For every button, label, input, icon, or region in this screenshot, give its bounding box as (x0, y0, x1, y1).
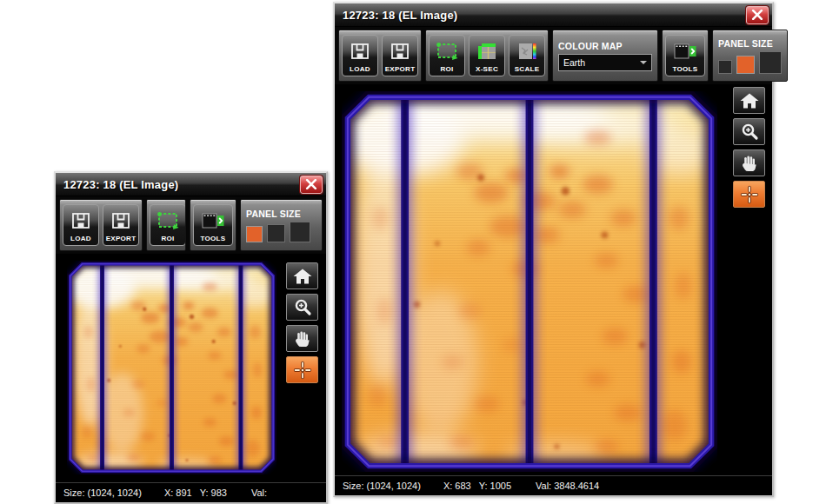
view-tools (286, 262, 318, 383)
titlebar[interactable]: 12723: 18 (EL Image) (335, 3, 772, 27)
load-button[interactable]: LOAD (63, 204, 99, 246)
colour-map-dropdown[interactable]: Earth (558, 54, 652, 71)
tools-panel-icon (673, 38, 697, 63)
panel-size-section: PANEL SIZE (240, 199, 323, 251)
roi-button-label: ROI (161, 235, 174, 242)
pan-button[interactable] (286, 325, 318, 352)
floppy-disk-icon (350, 38, 370, 63)
hand-icon (293, 329, 312, 348)
scale-button[interactable]: SCALE (509, 35, 545, 76)
pan-button[interactable] (733, 149, 765, 176)
toolbar-section-roi: ROI (146, 199, 186, 251)
image-area (335, 84, 772, 475)
panel-size-label: PANEL SIZE (718, 38, 773, 49)
status-bar: Size: (1024, 1024) X: 891 Y: 983 Val: (56, 482, 326, 502)
zoom-button[interactable] (286, 294, 318, 321)
toolbar-section-files: LOAD EXPORT (59, 199, 143, 251)
x-icon (751, 10, 763, 20)
home-view-button[interactable] (733, 87, 765, 114)
load-button-label: LOAD (70, 235, 91, 242)
home-icon (292, 267, 313, 286)
magnifier-plus-icon (740, 123, 759, 142)
floppy-disk-icon (390, 38, 410, 63)
el-image-canvas[interactable] (342, 91, 717, 472)
crosshair-icon (293, 361, 312, 380)
tools-button-label: TOOLS (673, 65, 698, 73)
close-button[interactable] (746, 6, 769, 24)
window-el-image-large: 12723: 18 (EL Image) LOAD EXPORT (333, 2, 774, 497)
home-view-button[interactable] (286, 262, 318, 289)
floppy-disk-icon (111, 208, 130, 233)
crosshair-icon (740, 185, 759, 204)
status-y: Y: 983 (200, 487, 227, 498)
roi-button-label: ROI (440, 65, 453, 73)
x-icon (305, 179, 317, 189)
status-x: X: 683 (443, 481, 471, 491)
home-icon (739, 91, 760, 110)
window-title: 12723: 18 (EL Image) (63, 178, 178, 191)
panel-size-options (718, 51, 782, 74)
panel-size-option-small[interactable] (246, 226, 263, 242)
panel-size-option-large[interactable] (759, 51, 782, 74)
chevron-down-icon (640, 61, 647, 64)
tools-button[interactable]: TOOLS (665, 35, 705, 76)
color-scale-icon (516, 38, 537, 63)
xsec-button[interactable]: X-SEC (469, 35, 505, 76)
load-button[interactable]: LOAD (342, 35, 378, 76)
cross-section-icon (476, 38, 497, 63)
export-button[interactable]: EXPORT (103, 204, 139, 246)
panel-size-option-medium[interactable] (267, 224, 285, 242)
floppy-disk-icon (71, 208, 90, 233)
panel-size-option-small[interactable] (718, 60, 732, 74)
colour-map-label: COLOUR MAP (558, 41, 652, 51)
status-size: Size: (1024, 1024) (343, 481, 421, 491)
dashed-selection-icon (435, 38, 459, 63)
panel-size-options (246, 222, 310, 242)
hand-icon (740, 154, 759, 173)
zoom-button[interactable] (733, 118, 765, 145)
panel-size-option-large[interactable] (290, 222, 310, 242)
export-button-label: EXPORT (106, 235, 137, 242)
toolbar: LOAD EXPORT ROI X-SEC (335, 27, 772, 84)
el-image-canvas[interactable] (67, 261, 276, 474)
panel-size-label: PANEL SIZE (246, 209, 301, 219)
image-area (56, 254, 326, 482)
status-val: Val: 3848.4614 (536, 481, 599, 491)
colour-map-section: COLOUR MAP Earth (552, 30, 658, 82)
desktop: 12723: 18 (EL Image) LOAD EXPORT (0, 0, 826, 504)
panel-size-option-medium[interactable] (736, 56, 755, 74)
xsec-button-label: X-SEC (476, 65, 498, 73)
status-x: X: 891 (164, 487, 192, 498)
window-el-image-small: 12723: 18 (EL Image) LOAD EXPORT (54, 171, 328, 504)
load-button-label: LOAD (350, 65, 370, 73)
colour-map-value: Earth (563, 57, 585, 68)
view-tools (733, 87, 765, 208)
panel-size-section: PANEL SIZE (712, 30, 788, 82)
scale-button-label: SCALE (515, 65, 540, 73)
tools-button-label: TOOLS (201, 235, 226, 242)
probe-button[interactable] (286, 356, 318, 383)
toolbar-section-tools: TOOLS (190, 199, 236, 251)
toolbar-section-tools: TOOLS (662, 30, 709, 82)
probe-button[interactable] (733, 181, 765, 208)
status-size: Size: (1024, 1024) (63, 487, 142, 498)
toolbar: LOAD EXPORT ROI (56, 196, 326, 254)
export-button-label: EXPORT (385, 65, 416, 73)
toolbar-section-files: LOAD EXPORT (338, 30, 422, 82)
tools-panel-icon (201, 208, 225, 233)
magnifier-plus-icon (293, 298, 312, 317)
titlebar[interactable]: 12723: 18 (EL Image) (56, 173, 326, 196)
status-val: Val: (251, 487, 267, 498)
window-title: 12723: 18 (EL Image) (343, 9, 457, 22)
dashed-selection-icon (156, 208, 180, 233)
roi-button[interactable]: ROI (150, 204, 186, 246)
export-button[interactable]: EXPORT (382, 35, 418, 76)
toolbar-section-analysis: ROI X-SEC SCALE (425, 30, 549, 82)
tools-button[interactable]: TOOLS (193, 204, 233, 246)
roi-button[interactable]: ROI (429, 35, 465, 76)
status-y: Y: 1005 (479, 481, 511, 491)
status-bar: Size: (1024, 1024) X: 683 Y: 1005 Val: 3… (335, 475, 772, 495)
close-button[interactable] (300, 176, 323, 194)
